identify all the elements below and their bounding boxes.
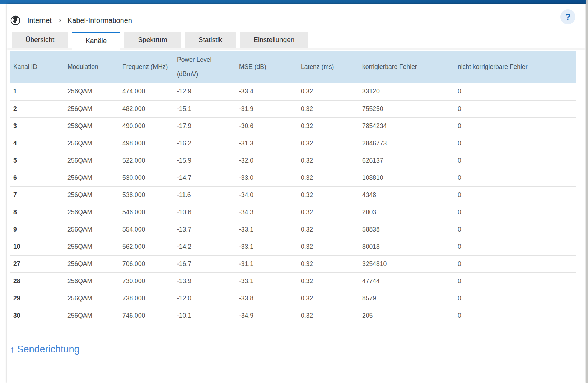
cell-latenz: 0.32 [301,221,362,238]
cell-modulation: 256QAM [67,186,122,204]
cell-korrigierbare-fehler: 626137 [362,152,458,169]
cell-kanal-id: 5 [10,152,67,169]
col-header-kanal-id: Kanal ID [10,51,67,83]
help-button[interactable]: ? [560,9,575,24]
cell-mse: -33.8 [239,290,301,307]
cell-latenz: 0.32 [301,169,362,186]
cell-power-level: -14.2 [177,238,239,255]
cell-latenz: 0.32 [301,272,362,290]
table-row: 3 256QAM 490.000 -17.9 -30.6 0.32 785423… [10,117,576,135]
tab-kanaele[interactable]: Kanäle [72,32,120,48]
tab-spektrum[interactable]: Spektrum [124,32,181,48]
cell-frequenz: 490.000 [122,117,177,135]
cell-kanal-id: 27 [10,255,67,272]
cell-modulation: 256QAM [67,135,122,152]
cell-nicht-korrigierbare-fehler: 0 [458,135,576,152]
cell-nicht-korrigierbare-fehler: 0 [458,83,576,100]
cell-frequenz: 746.000 [122,307,177,324]
cell-kanal-id: 8 [10,204,67,221]
tab-uebersicht[interactable]: Übersicht [12,32,68,48]
table-row: 27 256QAM 706.000 -16.7 -31.1 0.32 32548… [10,255,576,272]
breadcrumb: Internet Kabel-Informationen ? [7,4,585,28]
cell-mse: -34.9 [239,307,301,324]
vertical-scrollbar[interactable] [586,0,588,383]
breadcrumb-section[interactable]: Internet [27,17,52,25]
table-row: 10 256QAM 562.000 -14.2 -33.1 0.32 80018… [10,238,576,255]
top-accent-bar [0,0,588,4]
table-row: 4 256QAM 498.000 -16.2 -31.3 0.32 284677… [10,135,576,152]
cell-kanal-id: 1 [10,83,67,100]
cell-modulation: 256QAM [67,152,122,169]
table-row: 28 256QAM 730.000 -13.9 -33.1 0.32 47744… [10,272,576,290]
cell-kanal-id: 7 [10,186,67,204]
cell-power-level: -14.7 [177,169,239,186]
cell-latenz: 0.32 [301,238,362,255]
cell-modulation: 256QAM [67,100,122,117]
cell-mse: -31.1 [239,255,301,272]
cell-frequenz: 554.000 [122,221,177,238]
cell-power-level: -10.1 [177,307,239,324]
cell-latenz: 0.32 [301,117,362,135]
tab-statistik[interactable]: Statistik [185,32,236,48]
cell-power-level: -11.6 [177,186,239,204]
cell-nicht-korrigierbare-fehler: 0 [458,117,576,135]
table-row: 9 256QAM 554.000 -13.7 -33.1 0.32 58838 … [10,221,576,238]
cell-mse: -34.3 [239,204,301,221]
col-header-korrigierbare-fehler: korrigierbare Fehler [362,51,458,83]
cell-mse: -32.0 [239,152,301,169]
cell-modulation: 256QAM [67,307,122,324]
cell-frequenz: 706.000 [122,255,177,272]
cell-mse: -31.9 [239,100,301,117]
cell-power-level: -12.9 [177,83,239,100]
cell-latenz: 0.32 [301,307,362,324]
cell-power-level: -13.7 [177,221,239,238]
tab-bar: Übersicht Kanäle Spektrum Statistik Eins… [7,32,585,48]
col-header-nicht-korrigierbare-fehler: nicht korrigierbare Fehler [458,51,576,83]
cell-frequenz: 738.000 [122,290,177,307]
table-row: 8 256QAM 546.000 -10.6 -34.3 0.32 2003 0 [10,204,576,221]
cell-mse: -31.3 [239,135,301,152]
cell-korrigierbare-fehler: 2003 [362,204,458,221]
cell-kanal-id: 3 [10,117,67,135]
cell-mse: -33.1 [239,221,301,238]
cell-mse: -33.1 [239,272,301,290]
cell-kanal-id: 4 [10,135,67,152]
cell-korrigierbare-fehler: 4348 [362,186,458,204]
senderichtung-link[interactable]: ↑ Senderichtung [10,344,80,355]
cell-nicht-korrigierbare-fehler: 0 [458,186,576,204]
up-arrow-icon: ↑ [10,344,15,355]
channel-table: Kanal ID Modulation Frequenz (MHz) Power… [10,51,576,324]
cell-modulation: 256QAM [67,117,122,135]
cell-frequenz: 522.000 [122,152,177,169]
cell-nicht-korrigierbare-fehler: 0 [458,307,576,324]
col-header-mse: MSE (dB) [239,51,301,83]
cell-latenz: 0.32 [301,290,362,307]
globe-icon [10,15,20,25]
table-row: 29 256QAM 738.000 -12.0 -33.8 0.32 8579 … [10,290,576,307]
cell-korrigierbare-fehler: 47744 [362,272,458,290]
cell-frequenz: 498.000 [122,135,177,152]
cell-nicht-korrigierbare-fehler: 0 [458,290,576,307]
cell-power-level: -10.6 [177,204,239,221]
cell-latenz: 0.32 [301,255,362,272]
cell-kanal-id: 29 [10,290,67,307]
cell-modulation: 256QAM [67,238,122,255]
cell-modulation: 256QAM [67,221,122,238]
cell-kanal-id: 10 [10,238,67,255]
cell-modulation: 256QAM [67,290,122,307]
cell-latenz: 0.32 [301,186,362,204]
cell-latenz: 0.32 [301,100,362,117]
cell-frequenz: 562.000 [122,238,177,255]
cell-kanal-id: 28 [10,272,67,290]
cell-nicht-korrigierbare-fehler: 0 [458,100,576,117]
tab-einstellungen[interactable]: Einstellungen [240,32,308,48]
breadcrumb-page-title: Kabel-Informationen [67,17,132,25]
chevron-right-icon [57,18,62,23]
cell-mse: -30.6 [239,117,301,135]
cell-korrigierbare-fehler: 8579 [362,290,458,307]
table-row: 2 256QAM 482.000 -15.1 -31.9 0.32 755250… [10,100,576,117]
cell-frequenz: 474.000 [122,83,177,100]
cell-korrigierbare-fehler: 33120 [362,83,458,100]
cell-nicht-korrigierbare-fehler: 0 [458,255,576,272]
cell-modulation: 256QAM [67,255,122,272]
